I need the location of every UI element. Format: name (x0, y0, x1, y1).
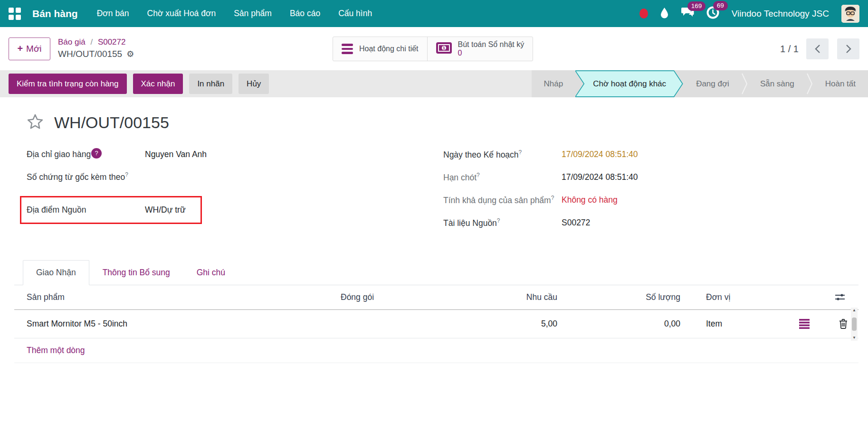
status-step-nhap[interactable]: Nháp (532, 70, 576, 97)
apps-menu-icon[interactable] (9, 8, 21, 20)
cancel-button[interactable]: Hủy (238, 74, 269, 94)
favorite-star-icon[interactable] (27, 113, 44, 132)
pager-previous-button[interactable] (806, 38, 829, 59)
header-packaging[interactable]: Đóng gói (336, 292, 478, 302)
scroll-down-icon[interactable]: ▼ (852, 336, 856, 340)
detailed-operations-button[interactable]: Hoạt động chi tiết (333, 37, 427, 61)
svg-text:1: 1 (442, 45, 445, 50)
help-sup[interactable]: ? (477, 172, 480, 178)
activities-clock-icon[interactable]: 69 (706, 6, 719, 21)
menu-bao-cao[interactable]: Báo cáo (290, 9, 320, 19)
user-company-name[interactable]: Viindoo Technology JSC (732, 9, 829, 19)
top-navbar: Bán hàng Đơn bán Chờ xuất Hoá đơn Sản ph… (0, 0, 868, 27)
action-bar: Kiểm tra tình trạng còn hàng Xác nhận In… (0, 70, 868, 97)
availability-label: Tính khả dụng của sản phẩm (443, 196, 551, 205)
journal-entries-count: 0 (458, 49, 525, 57)
gear-icon[interactable]: ⚙ (126, 48, 134, 60)
table-row[interactable]: Smart Mornitor M5 - 50inch 5,00 0,00 Ite… (14, 310, 858, 338)
header-quantity[interactable]: Số lượng (562, 292, 685, 302)
help-sup[interactable]: ? (551, 195, 554, 201)
delivery-address-label: Địa chỉ giao hàng (27, 149, 91, 159)
availability-value: Không có hàng (562, 194, 618, 207)
page-title: WH/OUT/00155 (54, 113, 169, 132)
check-availability-button[interactable]: Kiểm tra tình trạng còn hàng (9, 74, 127, 94)
stat-buttons: Hoạt động chi tiết 1 Bút toán Sổ nhật ký… (333, 37, 533, 61)
form-sheet: WH/OUT/00155 Địa chỉ giao hàng? Nguyen V… (0, 97, 868, 239)
help-sup[interactable]: ? (519, 149, 522, 156)
source-location-value[interactable]: WH/Dự trữ (145, 204, 186, 216)
pager-next-button[interactable] (837, 38, 859, 59)
step-separator-icon (742, 70, 748, 97)
print-labels-button[interactable]: In nhãn (189, 74, 232, 94)
cell-product[interactable]: Smart Mornitor M5 - 50inch (14, 319, 336, 329)
origin-docs-label: Số chứng từ gốc kèm theo (27, 172, 125, 182)
menu-cau-hinh[interactable]: Cấu hình (338, 9, 372, 19)
source-document-value[interactable]: S00272 (562, 216, 590, 230)
help-sup[interactable]: ? (125, 171, 128, 178)
cell-demand[interactable]: 5,00 (478, 319, 562, 329)
confirm-button[interactable]: Xác nhận (133, 74, 183, 94)
field-source-location: Địa điểm Nguồn WH/Dự trữ (27, 204, 200, 216)
pager: 1 / 1 (780, 38, 859, 59)
optional-columns-icon[interactable] (835, 293, 845, 301)
move-lines-table: Sản phẩm Đóng gói Nhu cầu Số lượng Đơn v… (14, 285, 858, 363)
control-panel: + Mới Báo giá / S00272 WH/OUT/00155 ⚙ Ho… (0, 27, 868, 70)
step-separator-icon (807, 70, 813, 97)
banknote-icon: 1 (436, 42, 452, 56)
scroll-up-icon[interactable]: ▲ (852, 308, 856, 312)
tab-bar: Giao Nhận Thông tin Bổ sung Ghi chú (14, 260, 858, 285)
red-highlight-annotation: Địa điểm Nguồn WH/Dự trữ (20, 196, 202, 224)
messages-badge: 169 (687, 1, 706, 11)
new-button[interactable]: + Mới (9, 37, 50, 60)
chevron-left-icon (814, 44, 821, 54)
scheduled-date-label: Ngày theo Kế hoạch (443, 150, 519, 159)
new-button-label: Mới (26, 44, 42, 54)
header-uom[interactable]: Đơn vị (685, 292, 794, 302)
plus-icon: + (17, 43, 23, 54)
menu-cho-xuat-hoa-don[interactable]: Chờ xuất Hoá đơn (147, 9, 216, 19)
scheduled-date-value[interactable]: 17/09/2024 08:51:40 (562, 148, 638, 161)
help-sup[interactable]: ? (497, 217, 500, 224)
field-group-left: Địa chỉ giao hàng? Nguyen Van Anh Số chứ… (27, 148, 350, 239)
tab-giao-nhan[interactable]: Giao Nhận (23, 260, 89, 285)
breadcrumb-current[interactable]: S00272 (98, 37, 126, 47)
add-line-row: Thêm một dòng (14, 338, 858, 363)
detailed-operations-list-icon[interactable] (799, 319, 810, 329)
tab-thong-tin-bo-sung[interactable]: Thông tin Bổ sung (89, 260, 183, 285)
status-step-hoan-tat[interactable]: Hoàn tất (813, 70, 868, 97)
breadcrumb: Báo giá / S00272 WH/OUT/00155 ⚙ (58, 37, 134, 60)
breadcrumb-parent[interactable]: Báo giá (58, 37, 86, 47)
scrollbar-thumb[interactable] (852, 318, 857, 331)
delete-row-trash-icon[interactable] (839, 319, 848, 329)
source-document-label: Tài liệu Nguồn (443, 218, 497, 228)
field-scheduled-date: Ngày theo Kế hoạch? 17/09/2024 08:51:40 (443, 148, 747, 161)
tab-ghi-chu[interactable]: Ghi chú (183, 260, 238, 285)
main-menu: Đơn bán Chờ xuất Hoá đơn Sản phẩm Báo cá… (97, 9, 372, 19)
vertical-scrollbar[interactable]: ▲ ▼ (851, 308, 858, 341)
delivery-address-value[interactable]: Nguyen Van Anh (145, 148, 207, 161)
menu-san-pham[interactable]: Sản phẩm (234, 9, 272, 19)
field-deadline: Hạn chót? 17/09/2024 08:51:40 (443, 171, 747, 184)
messages-icon[interactable]: 169 (681, 7, 694, 20)
detailed-operations-label: Hoạt động chi tiết (359, 45, 419, 53)
field-delivery-address: Địa chỉ giao hàng? Nguyen Van Anh (27, 148, 350, 161)
add-line-link[interactable]: Thêm một dòng (14, 346, 85, 355)
status-step-cho-hoat-dong-khac[interactable]: Chờ hoạt động khác (575, 70, 684, 97)
activities-badge: 69 (713, 1, 728, 10)
deadline-value: 17/09/2024 08:51:40 (562, 171, 638, 184)
chevron-right-icon (845, 44, 852, 54)
status-step-dang-doi[interactable]: Đang đợi (684, 70, 742, 97)
help-question-badge[interactable]: ? (91, 148, 102, 159)
field-group-right: Ngày theo Kế hoạch? 17/09/2024 08:51:40 … (443, 148, 747, 239)
header-product[interactable]: Sản phẩm (14, 292, 336, 302)
field-availability: Tính khả dụng của sản phẩm? Không có hàn… (443, 194, 747, 207)
app-name[interactable]: Bán hàng (32, 8, 78, 19)
droplet-icon[interactable] (660, 7, 668, 20)
cell-uom[interactable]: Item (685, 319, 794, 329)
cell-quantity[interactable]: 0,00 (562, 319, 685, 329)
status-step-san-sang[interactable]: Sẵn sàng (748, 70, 807, 97)
menu-don-ban[interactable]: Đơn bán (97, 9, 129, 19)
journal-entries-button[interactable]: 1 Bút toán Sổ nhật ký 0 (427, 37, 533, 61)
header-demand[interactable]: Nhu cầu (478, 292, 562, 302)
user-avatar[interactable] (841, 5, 859, 23)
